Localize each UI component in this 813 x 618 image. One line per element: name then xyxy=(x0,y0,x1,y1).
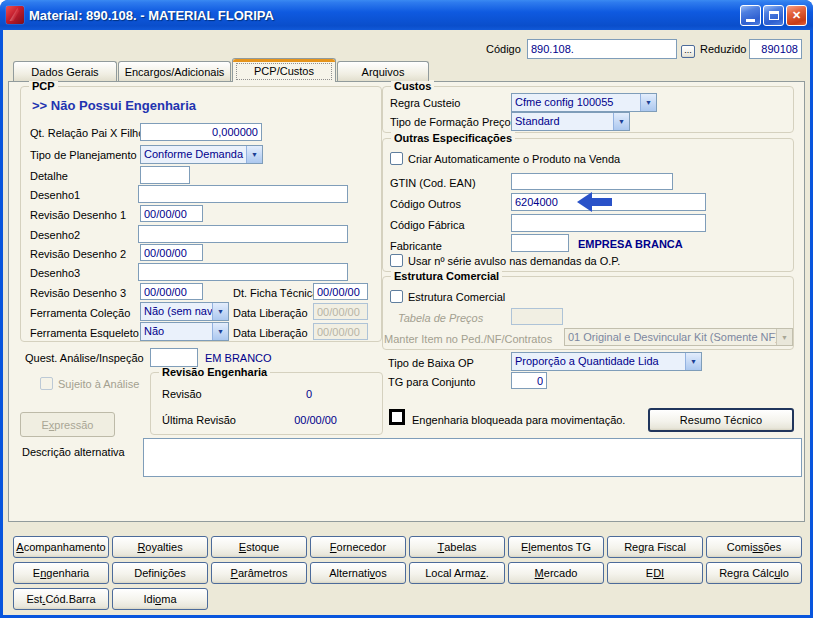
desenho2-input[interactable] xyxy=(138,225,348,243)
parametros-button[interactable]: Parâmetros xyxy=(211,562,307,584)
elementos-tg-button[interactable]: Elementos TG xyxy=(508,536,604,558)
revisao-value: 0 xyxy=(260,388,312,400)
alternativos-button[interactable]: Alternativos xyxy=(310,562,406,584)
comissoes-button[interactable]: Comissões xyxy=(706,536,802,558)
mercado-button[interactable]: Mercado xyxy=(508,562,604,584)
detalhe-input[interactable] xyxy=(140,166,190,184)
revisao-desenho2-input[interactable] xyxy=(140,244,203,261)
codigo-lookup-button[interactable]: ... xyxy=(681,45,695,58)
royalties-button[interactable]: Royalties xyxy=(112,536,208,558)
desenho1-input[interactable] xyxy=(138,185,348,203)
est-cod-barra-button[interactable]: Est.Cód.Barra xyxy=(13,588,109,610)
action-button-row-2: Engenharia Definições Parâmetros Alterna… xyxy=(13,562,802,584)
resumo-tecnico-button[interactable]: Resumo Técnico xyxy=(648,408,794,432)
local-armaz-button[interactable]: Local Armaz. xyxy=(409,562,505,584)
minimize-icon xyxy=(746,19,755,22)
dt-ficha-input[interactable] xyxy=(313,283,368,300)
definicoes-button[interactable]: Definições xyxy=(112,562,208,584)
manter-item-select: 01 Original e Desvincular Kit (Somente N… xyxy=(564,328,793,346)
data-liberacao2-label: Data Liberação xyxy=(233,327,308,339)
close-icon: ✕ xyxy=(792,9,801,22)
ferramenta-esqueleto-select[interactable]: Não ▼ xyxy=(140,322,229,341)
tipo-baixa-op-select[interactable]: Proporção a Quantidade Lida ▼ xyxy=(511,352,702,371)
tabela-precos-input xyxy=(511,308,563,325)
dt-ficha-label: Dt. Ficha Técnica xyxy=(233,287,318,299)
revisao-engenharia-group-title: Revisão Engenharia xyxy=(159,366,270,378)
codigo-fabrica-label: Código Fábrica xyxy=(390,219,465,231)
codigo-outros-label: Código Outros xyxy=(390,198,461,210)
tipo-baixa-op-value: Proporção a Quantidade Lida xyxy=(512,353,685,370)
quest-analise-label: Quest. Análise/Inspeção xyxy=(25,352,144,364)
titlebar[interactable]: Material: 890.108. - MATERIAL FLORIPA ✕ xyxy=(0,0,813,30)
regra-custeio-label: Regra Custeio xyxy=(390,97,460,109)
action-button-row-1: Acompanhamento Royalties Estoque Fornece… xyxy=(13,536,802,558)
engenharia-bloqueada-label: Engenharia bloqueada para movimentação. xyxy=(412,414,625,426)
sujeito-analise-checkbox xyxy=(40,377,53,390)
revisao-desenho3-input[interactable] xyxy=(140,283,203,300)
engenharia-bloqueada-checkbox[interactable] xyxy=(389,409,405,425)
chevron-down-icon: ▼ xyxy=(212,323,228,340)
idioma-button[interactable]: Idioma xyxy=(112,588,208,610)
regra-fiscal-button[interactable]: Regra Fiscal xyxy=(607,536,703,558)
ferramenta-colecao-label: Ferramenta Coleção xyxy=(30,307,130,319)
chevron-down-icon: ▼ xyxy=(776,329,792,345)
desenho3-input[interactable] xyxy=(138,263,348,281)
descricao-alternativa-textarea[interactable] xyxy=(143,438,802,477)
fabricante-input[interactable] xyxy=(511,234,569,252)
acompanhamento-button[interactable]: Acompanhamento xyxy=(13,536,109,558)
data-liberacao2-input xyxy=(313,323,368,340)
tg-conjunto-input[interactable] xyxy=(511,372,547,389)
tab-arquivos[interactable]: Arquivos xyxy=(337,61,429,81)
fornecedor-button[interactable]: Fornecedor xyxy=(310,536,406,558)
codigo-input[interactable] xyxy=(527,39,677,59)
tipo-planejamento-value: Conforme Demanda xyxy=(141,146,246,163)
regra-custeio-value: Cfme config 100055 xyxy=(512,94,640,111)
ferramenta-colecao-select[interactable]: Não (sem nav ▼ xyxy=(140,302,229,321)
engineering-status-banner: >> Não Possui Engenharia xyxy=(32,98,196,113)
gtin-input[interactable] xyxy=(511,173,673,190)
quest-analise-input[interactable] xyxy=(150,348,198,367)
window-title: Material: 890.108. - MATERIAL FLORIPA xyxy=(29,8,735,23)
engenharia-button[interactable]: Engenharia xyxy=(13,562,109,584)
criar-automaticamente-checkbox[interactable] xyxy=(390,152,403,165)
chevron-down-icon: ▼ xyxy=(246,146,262,163)
chevron-down-icon: ▼ xyxy=(212,303,228,320)
tabelas-button[interactable]: Tabelas xyxy=(409,536,505,558)
qt-relacao-input[interactable] xyxy=(140,123,262,141)
app-icon xyxy=(6,6,24,24)
codigo-label: Código xyxy=(486,43,521,55)
regra-calculo-button[interactable]: Regra Cálculo xyxy=(706,562,802,584)
tab-pcp-custos[interactable]: PCP/Custos xyxy=(232,58,336,82)
tipo-formacao-label: Tipo de Formação Preços xyxy=(390,116,516,128)
tab-dados-gerais[interactable]: Dados Gerais xyxy=(13,61,117,81)
edi-button[interactable]: EDI xyxy=(607,562,703,584)
maximize-icon xyxy=(769,11,779,20)
maximize-button[interactable] xyxy=(763,5,784,26)
desenho2-label: Desenho2 xyxy=(30,229,80,241)
close-button[interactable]: ✕ xyxy=(786,5,807,26)
estrutura-comercial-group-title: Estrutura Comercial xyxy=(391,270,502,282)
estrutura-comercial-checkbox[interactable] xyxy=(390,290,403,303)
detalhe-label: Detalhe xyxy=(30,170,68,182)
tipo-formacao-select[interactable]: Standard ▼ xyxy=(511,112,630,131)
data-liberacao1-input xyxy=(313,303,368,320)
codigo-fabrica-input[interactable] xyxy=(511,214,706,232)
reduzido-input[interactable] xyxy=(749,39,802,59)
tab-encargos-adicionais[interactable]: Encargos/Adicionais xyxy=(118,61,231,81)
minimize-button[interactable] xyxy=(740,5,761,26)
outras-especificacoes-group-title: Outras Especificações xyxy=(391,132,515,144)
chevron-down-icon: ▼ xyxy=(640,94,656,111)
usar-serie-checkbox[interactable] xyxy=(390,254,403,267)
tab-label: Dados Gerais xyxy=(31,66,98,78)
regra-custeio-select[interactable]: Cfme config 100055 ▼ xyxy=(511,93,657,112)
estoque-button[interactable]: Estoque xyxy=(211,536,307,558)
tipo-planejamento-select[interactable]: Conforme Demanda ▼ xyxy=(140,145,263,164)
tipo-baixa-op-label: Tipo de Baixa OP xyxy=(388,357,474,369)
quest-analise-status: EM BRANCO xyxy=(205,352,272,364)
revisao-label: Revisão xyxy=(162,388,202,400)
tg-conjunto-label: TG para Conjunto xyxy=(388,376,475,388)
usar-serie-label: Usar nº série avulso nas demandas da O.P… xyxy=(408,255,620,267)
criar-automaticamente-label: Criar Automaticamente o Produto na Venda xyxy=(408,153,620,165)
custos-group-title: Custos xyxy=(391,80,434,92)
revisao-desenho1-input[interactable] xyxy=(140,205,203,222)
